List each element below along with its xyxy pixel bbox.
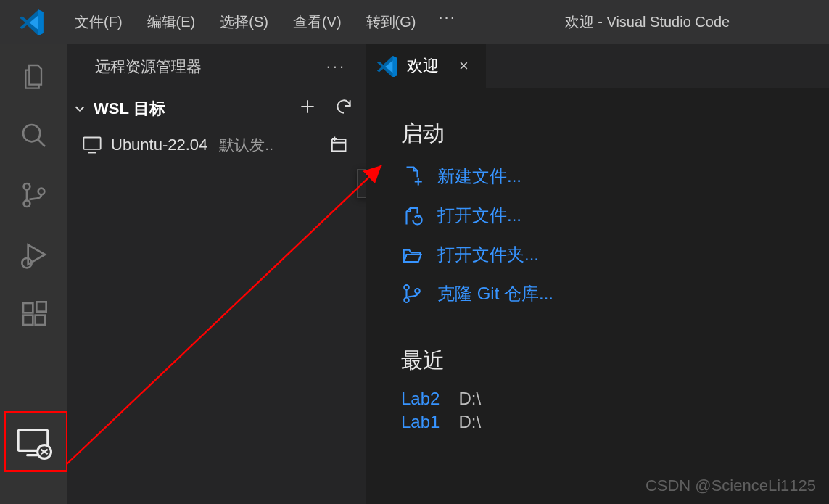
- side-panel-more[interactable]: ···: [326, 57, 356, 76]
- menu-edit[interactable]: 编辑(E): [135, 8, 208, 36]
- start-heading: 启动: [401, 119, 829, 149]
- debug-icon: [20, 240, 49, 269]
- source-control-activity[interactable]: [13, 174, 55, 216]
- recent-path: D:\: [458, 389, 481, 409]
- watermark: CSDN @ScienceLi1125: [646, 476, 816, 495]
- action-label: 打开文件...: [437, 204, 521, 227]
- title-bar: 文件(F) 编辑(E) 选择(S) 查看(V) 转到(G) ··· 欢迎 - V…: [0, 0, 829, 44]
- wsl-target-row[interactable]: Ubuntu-22.04 默认发..: [67, 128, 366, 162]
- action-new-file[interactable]: 新建文件...: [401, 165, 829, 188]
- new-window-icon: [328, 134, 348, 154]
- action-open-folder[interactable]: 打开文件夹...: [401, 243, 829, 266]
- plus-icon: [298, 97, 317, 116]
- recent-name: Lab2: [401, 389, 440, 409]
- recent-item[interactable]: Lab2 D:\: [401, 389, 829, 409]
- svg-point-13: [404, 285, 409, 290]
- search-activity[interactable]: [13, 115, 55, 157]
- extensions-icon: [20, 299, 49, 329]
- svg-rect-12: [332, 139, 346, 151]
- recent-item[interactable]: Lab1 D:\: [401, 412, 829, 432]
- menu-view[interactable]: 查看(V): [281, 8, 354, 36]
- remote-explorer-activity[interactable]: [13, 423, 55, 465]
- svg-point-2: [23, 200, 30, 207]
- action-label: 打开文件夹...: [437, 243, 539, 266]
- clone-repo-icon: [401, 283, 423, 305]
- action-label: 新建文件...: [437, 165, 521, 188]
- svg-rect-8: [36, 302, 46, 311]
- welcome-page: 启动 新建文件... 打开文件... 打开文件夹... 克隆 Git 仓: [366, 88, 829, 432]
- svg-point-3: [38, 189, 44, 195]
- search-icon: [20, 121, 49, 150]
- new-file-icon: [401, 165, 423, 187]
- chevron-down-icon: [72, 101, 88, 117]
- extensions-activity[interactable]: [13, 293, 55, 335]
- wsl-targets-section-header[interactable]: WSL 目标: [67, 90, 366, 128]
- tab-welcome[interactable]: 欢迎 ×: [366, 44, 486, 88]
- svg-point-15: [415, 289, 420, 294]
- menu-overflow[interactable]: ···: [428, 8, 466, 36]
- main-menu: 文件(F) 编辑(E) 选择(S) 查看(V) 转到(G) ···: [62, 8, 466, 36]
- recent-path: D:\: [458, 412, 481, 432]
- open-folder-icon: [401, 244, 423, 265]
- files-icon: [20, 62, 49, 91]
- debug-activity[interactable]: [13, 234, 55, 276]
- monitor-icon: [82, 135, 102, 155]
- svg-point-14: [404, 298, 409, 303]
- remote-explorer-icon: [16, 427, 52, 460]
- action-open-file[interactable]: 打开文件...: [401, 204, 829, 227]
- svg-point-0: [23, 125, 40, 141]
- vscode-icon: [19, 9, 45, 35]
- app-logo: [1, 9, 62, 35]
- svg-rect-11: [83, 138, 100, 149]
- svg-rect-5: [23, 303, 33, 313]
- tab-title: 欢迎: [407, 55, 439, 77]
- refresh-button[interactable]: [329, 94, 359, 123]
- refresh-icon: [334, 97, 353, 116]
- open-file-icon: [401, 205, 423, 226]
- action-clone-repo[interactable]: 克隆 Git 仓库...: [401, 282, 829, 305]
- section-title: WSL 目标: [94, 98, 165, 120]
- wsl-target-name: Ubuntu-22.04: [111, 136, 207, 154]
- vscode-icon: [376, 55, 398, 77]
- editor-area: 欢迎 × 启动 新建文件... 打开文件... 打开文件夹...: [366, 44, 829, 504]
- menu-file[interactable]: 文件(F): [62, 8, 135, 36]
- remote-explorer-panel: 远程资源管理器 ··· WSL 目标 Ubuntu-22.04 默认发..: [67, 44, 366, 504]
- tab-close-button[interactable]: ×: [448, 57, 473, 75]
- action-label: 克隆 Git 仓库...: [437, 282, 553, 305]
- recent-list: Lab2 D:\ Lab1 D:\: [401, 389, 829, 432]
- side-panel-header: 远程资源管理器 ···: [67, 44, 366, 90]
- menu-select[interactable]: 选择(S): [207, 8, 281, 36]
- connect-wsl-button[interactable]: [326, 132, 350, 157]
- source-control-icon: [20, 181, 49, 210]
- editor-tabs: 欢迎 ×: [366, 44, 829, 88]
- svg-rect-6: [23, 315, 33, 325]
- wsl-target-meta: 默认发..: [219, 135, 273, 155]
- add-target-button[interactable]: [292, 94, 323, 123]
- menu-go[interactable]: 转到(G): [354, 8, 429, 36]
- window-title: 欢迎 - Visual Studio Code: [495, 12, 828, 32]
- svg-rect-7: [35, 315, 44, 325]
- recent-heading: 最近: [401, 346, 829, 376]
- svg-point-1: [23, 183, 30, 190]
- files-activity[interactable]: [13, 55, 55, 97]
- side-panel-title: 远程资源管理器: [95, 57, 202, 77]
- recent-name: Lab1: [401, 412, 440, 432]
